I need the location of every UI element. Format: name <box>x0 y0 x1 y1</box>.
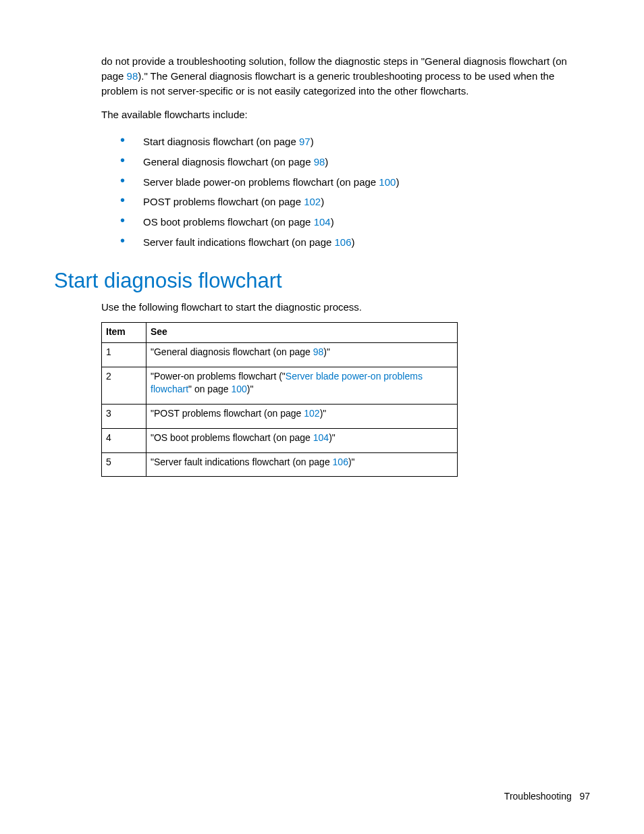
page-link[interactable]: 106 <box>333 457 348 467</box>
cell-text: "OS boot problems flowchart (on page <box>151 432 313 443</box>
table-cell-see: "General diagnosis flowchart (on page 98… <box>146 343 458 367</box>
list-text-post: ) <box>396 176 399 188</box>
footer-page-number: 97 <box>579 791 590 802</box>
intro-link-98[interactable]: 98 <box>127 70 138 82</box>
table-header-row: Item See <box>102 323 458 343</box>
list-text: Start diagnosis flowchart (on page <box>143 136 299 147</box>
table-cell-see: "Power-on problems flowchart ("Server bl… <box>146 367 458 405</box>
table-header-item: Item <box>102 323 146 343</box>
intro-text-b: )." The General diagnosis flowchart is a… <box>101 70 554 97</box>
table-cell-see: "POST problems flowchart (on page 102)" <box>146 404 458 428</box>
table-row: 2 "Power-on problems flowchart ("Server … <box>102 367 458 405</box>
table-row: 1 "General diagnosis flowchart (on page … <box>102 343 458 367</box>
page-link[interactable]: 98 <box>314 156 325 167</box>
list-text: POST problems flowchart (on page <box>143 196 304 207</box>
list-text-post: ) <box>321 196 324 207</box>
list-text-post: ) <box>325 156 328 167</box>
intro-paragraph-2: The available flowcharts include: <box>101 107 590 122</box>
cell-text-post: )" <box>320 408 327 419</box>
reference-table: Item See 1 "General diagnosis flowchart … <box>101 322 458 477</box>
list-item: Server blade power-on problems flowchart… <box>101 172 590 192</box>
section-heading: Start diagnosis flowchart <box>54 269 590 293</box>
page-link[interactable]: 98 <box>313 346 324 357</box>
list-text-post: ) <box>311 136 314 147</box>
list-text-post: ) <box>352 236 355 248</box>
list-item: Server fault indications flowchart (on p… <box>101 232 590 253</box>
list-text: Server blade power-on problems flowchart… <box>143 176 379 188</box>
flowchart-list: Start diagnosis flowchart (on page 97) G… <box>101 132 590 253</box>
list-text: OS boot problems flowchart (on page <box>143 216 314 228</box>
list-text: General diagnosis flowchart (on page <box>143 156 314 167</box>
cell-text-post: )" <box>348 457 355 467</box>
table-cell-item: 4 <box>102 428 146 452</box>
cell-text-post: )" <box>247 384 254 394</box>
intro-paragraph-1: do not provide a troubleshooting solutio… <box>101 54 590 98</box>
table-row: 5 "Server fault indications flowchart (o… <box>102 452 458 477</box>
cell-text-post: )" <box>329 432 336 443</box>
table-cell-item: 5 <box>102 452 146 477</box>
table-cell-see: "OS boot problems flowchart (on page 104… <box>146 428 458 452</box>
table-header-see: See <box>146 323 458 343</box>
cell-text: "Power-on problems flowchart (" <box>151 371 286 382</box>
list-text: Server fault indications flowchart (on p… <box>143 236 334 248</box>
table-cell-item: 2 <box>102 367 146 405</box>
table-cell-see: "Server fault indications flowchart (on … <box>146 452 458 477</box>
list-item: POST problems flowchart (on page 102) <box>101 192 590 212</box>
table-row: 3 "POST problems flowchart (on page 102)… <box>102 404 458 428</box>
list-text-post: ) <box>331 216 334 228</box>
page-link[interactable]: 102 <box>304 408 319 419</box>
cell-text: "Server fault indications flowchart (on … <box>151 457 333 467</box>
table-cell-item: 1 <box>102 343 146 367</box>
page-link[interactable]: 100 <box>231 384 246 394</box>
cell-text: "General diagnosis flowchart (on page <box>151 346 313 357</box>
cell-text-post: )" <box>323 346 330 357</box>
list-item: Start diagnosis flowchart (on page 97) <box>101 132 590 152</box>
page-link[interactable]: 104 <box>314 216 331 228</box>
page-link[interactable]: 104 <box>313 432 329 443</box>
table-intro: Use the following flowchart to start the… <box>101 300 590 315</box>
page-link[interactable]: 102 <box>304 196 321 207</box>
cell-text: "POST problems flowchart (on page <box>151 408 304 419</box>
list-item: General diagnosis flowchart (on page 98) <box>101 152 590 172</box>
page-link[interactable]: 97 <box>299 136 311 147</box>
table-cell-item: 3 <box>102 404 146 428</box>
page-content: do not provide a troubleshooting solutio… <box>0 0 644 477</box>
cell-text-mid: " on page <box>188 384 231 394</box>
footer-section: Troubleshooting <box>504 791 572 802</box>
page-link[interactable]: 106 <box>334 236 351 248</box>
page-link[interactable]: 100 <box>379 176 396 188</box>
table-row: 4 "OS boot problems flowchart (on page 1… <box>102 428 458 452</box>
list-item: OS boot problems flowchart (on page 104) <box>101 212 590 232</box>
page-footer: Troubleshooting 97 <box>504 791 590 802</box>
